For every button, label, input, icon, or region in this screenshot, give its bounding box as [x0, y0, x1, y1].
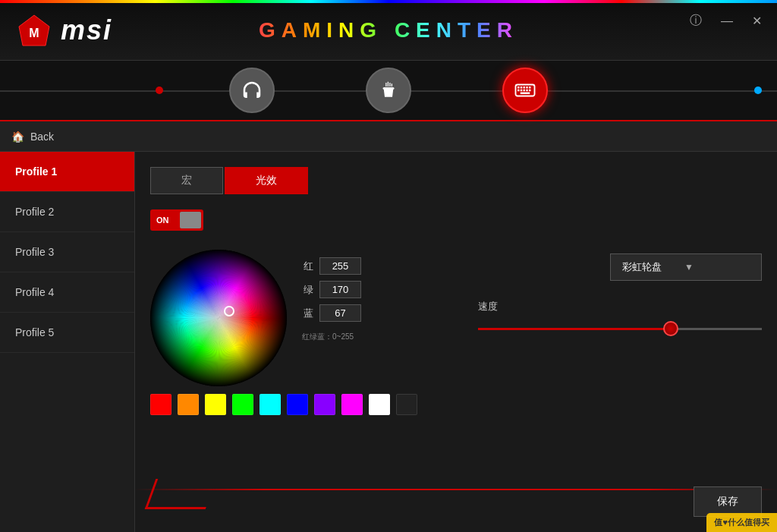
color-picker-row: 红 绿 蓝 红绿蓝：0~255 [150, 250, 417, 386]
nav-headphones[interactable] [229, 68, 275, 113]
header-controls: ⓘ — ✕ [686, 11, 766, 30]
main-content: Profile 1 Profile 2 Profile 3 Profile 4 … [0, 152, 777, 532]
color-swatches [150, 394, 417, 415]
bottom-decorative-line [135, 489, 777, 490]
svg-rect-9 [517, 90, 520, 92]
rgb-hint: 红绿蓝：0~255 [302, 332, 361, 342]
effect-dropdown[interactable]: 彩虹轮盘 ▼ [610, 253, 762, 281]
svg-rect-5 [521, 87, 523, 89]
speed-track-right [677, 328, 762, 330]
swatch-7[interactable] [341, 394, 363, 415]
tab-lighting[interactable]: 光效 [225, 167, 308, 194]
tabs: 宏 光效 [150, 167, 762, 194]
content-area: 宏 光效 ON [135, 152, 777, 532]
header: M msi GAMING CENTER ⓘ — ✕ [0, 0, 777, 61]
title-area: GAMING CENTER [259, 18, 518, 42]
minimize-button[interactable]: — [717, 13, 737, 30]
svg-rect-2 [383, 87, 395, 90]
svg-rect-13 [529, 90, 531, 92]
toggle-label: ON [156, 216, 169, 225]
tab-macro[interactable]: 宏 [150, 167, 223, 194]
swatch-2[interactable] [205, 394, 226, 415]
blue-label: 蓝 [302, 307, 313, 320]
svg-text:M: M [29, 27, 39, 39]
color-wheel-container[interactable] [150, 250, 287, 386]
back-icon: 🏠 [11, 131, 24, 143]
color-effect-section: 红 绿 蓝 红绿蓝：0~255 [150, 250, 762, 415]
fist-icon [377, 79, 400, 102]
red-label: 红 [302, 260, 313, 273]
rgb-inputs: 红 绿 蓝 红绿蓝：0~255 [302, 257, 361, 342]
rainbow-bar [0, 0, 777, 3]
logo-area: M msi [15, 11, 112, 49]
red-input[interactable] [319, 257, 361, 275]
toggle-knob [180, 212, 201, 228]
save-button[interactable]: 保存 [694, 486, 762, 517]
red-row: 红 [302, 257, 361, 275]
headphones-icon [241, 79, 263, 102]
swatch-9[interactable] [396, 394, 417, 415]
svg-rect-10 [521, 90, 523, 92]
nav-icons [229, 68, 548, 113]
back-label: Back [30, 131, 54, 143]
green-label: 绿 [302, 283, 313, 297]
svg-rect-8 [529, 87, 531, 89]
msi-dragon-logo: M [15, 11, 53, 49]
app-title: GAMING CENTER [259, 18, 518, 42]
nav-keyboard[interactable] [502, 68, 548, 113]
color-left-panel: 红 绿 蓝 红绿蓝：0~255 [150, 250, 417, 415]
blue-input[interactable] [319, 304, 361, 322]
sidebar-item-profile4[interactable]: Profile 4 [0, 272, 134, 313]
nav-fist[interactable] [366, 68, 411, 113]
right-panel: 彩虹轮盘 ▼ 速度 [478, 253, 762, 415]
nav-dot-left [156, 87, 163, 94]
brand-text: msi [61, 14, 112, 46]
sidebar-item-profile2[interactable]: Profile 2 [0, 192, 134, 232]
svg-rect-11 [524, 90, 526, 92]
sidebar: Profile 1 Profile 2 Profile 3 Profile 4 … [0, 152, 135, 532]
green-row: 绿 [302, 281, 361, 298]
blue-row: 蓝 [302, 304, 361, 322]
sidebar-item-profile5[interactable]: Profile 5 [0, 313, 134, 353]
speed-track [478, 328, 762, 330]
back-bar[interactable]: 🏠 Back [0, 121, 777, 152]
sidebar-item-profile1[interactable]: Profile 1 [0, 152, 134, 192]
speed-label: 速度 [478, 300, 762, 313]
svg-rect-14 [521, 93, 530, 95]
speed-section: 速度 [478, 300, 762, 336]
nav-dot-right [754, 87, 762, 94]
svg-rect-6 [524, 87, 526, 89]
info-button[interactable]: ⓘ [686, 11, 706, 30]
swatch-1[interactable] [178, 394, 199, 415]
main-wrapper: 🏠 Back Profile 1 Profile 2 Profile 3 Pro… [0, 121, 777, 532]
color-wheel-canvas[interactable] [150, 250, 287, 386]
svg-rect-4 [517, 87, 520, 89]
speed-slider-container [478, 321, 762, 336]
swatch-6[interactable] [314, 394, 335, 415]
bottom-left-decoration [145, 479, 217, 509]
speed-slider-thumb[interactable] [663, 321, 678, 336]
svg-rect-7 [526, 87, 528, 89]
dropdown-row: 彩虹轮盘 ▼ [478, 253, 762, 281]
close-button[interactable]: ✕ [748, 12, 766, 30]
swatch-5[interactable] [287, 394, 308, 415]
green-input[interactable] [319, 281, 361, 298]
svg-rect-12 [526, 90, 528, 92]
swatch-3[interactable] [232, 394, 253, 415]
swatch-8[interactable] [369, 394, 390, 415]
toggle-row: ON [150, 209, 762, 231]
keyboard-icon [514, 79, 536, 102]
swatch-4[interactable] [260, 394, 281, 415]
on-off-toggle[interactable]: ON [150, 209, 203, 231]
dropdown-label: 彩虹轮盘 [622, 260, 662, 274]
dropdown-arrow-icon: ▼ [684, 262, 694, 272]
sidebar-item-profile3[interactable]: Profile 3 [0, 232, 134, 272]
nav-bar [0, 61, 777, 121]
watermark: 值♥什么值得买 [706, 513, 777, 532]
swatch-0[interactable] [150, 394, 171, 415]
